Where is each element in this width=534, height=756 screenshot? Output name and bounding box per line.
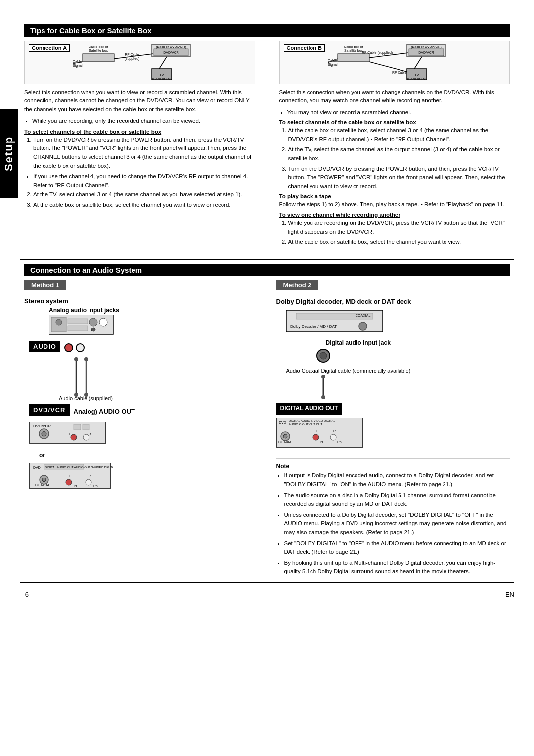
tips-title: Tips for Cable Box or Satellite Box [30, 26, 152, 35]
svg-text:(Back of DVD/VCR): (Back of DVD/VCR) [411, 45, 441, 49]
tips-section-header: Tips for Cable Box or Satellite Box [24, 24, 510, 37]
svg-point-45 [74, 357, 78, 361]
svg-point-37 [56, 319, 62, 325]
step-a-note: If you use the channel 4, you need to ch… [33, 172, 255, 190]
view-step-1: While you are recording on the DVD/VCR, … [288, 219, 510, 236]
svg-text:L: L [316, 429, 318, 433]
connection-b-bullets: You may not view or record a scrambled c… [287, 108, 510, 117]
digital-input-text: Digital audio input jack [326, 339, 391, 346]
step-b-3: Turn on the DVD/VCR by pressing the POWE… [288, 165, 510, 191]
view-step-2: At the cable box or satellite box, selec… [288, 238, 510, 247]
method1-label: Method 1 [24, 280, 66, 290]
step-b-2: At the TV, select the same channel as th… [288, 145, 510, 163]
audio-label-box: AUDIO [29, 341, 60, 352]
svg-point-58 [83, 434, 89, 440]
dvd-vcr-box-diagram: DVD/VCR L R [29, 422, 108, 448]
decoder-svg: Dolby Decoder / MD / DAT COAXIAL [286, 310, 385, 335]
svg-point-54 [42, 431, 46, 436]
svg-text:Pr: Pr [320, 440, 324, 444]
connection-b-view-steps: While you are recording on the DVD/VCR, … [288, 219, 510, 246]
svg-text:RF Cable (supplied): RF Cable (supplied) [362, 51, 393, 55]
dvd-vcr-box2-diagram: DVD DIGITAL AUDIO OUT AUDIO OUT S-VIDEO … [29, 463, 113, 491]
cable-svg-method1 [69, 357, 98, 397]
connection-a-note: If you use the channel 4, you need to ch… [33, 172, 255, 190]
svg-text:DIGITAL  AUDIO  S-VIDEO  DIGIT: DIGITAL AUDIO S-VIDEO DIGITAL [289, 419, 336, 422]
stereo-svg [49, 315, 118, 337]
note-section: Note If output is Dolby Digital encoded … [276, 458, 510, 576]
or-label: or [39, 452, 45, 459]
connection-a-svg: (Back of DVD/VCR) DVD/VCR Cable box or S… [73, 44, 191, 80]
connection-b-steps1: At the cable box or satellite box, selec… [288, 126, 510, 191]
language-label: EN [505, 591, 514, 598]
svg-text:TV: TV [415, 73, 419, 77]
note-label: Note [276, 463, 510, 470]
svg-text:(Back of TV): (Back of TV) [152, 77, 172, 80]
step-a-3: At the cable box or satellite box, selec… [33, 201, 255, 210]
svg-text:TV: TV [160, 73, 164, 77]
svg-text:AUDIO O  OUT   OUT    OUT: AUDIO O OUT OUT OUT [289, 423, 322, 425]
svg-text:L: L [69, 432, 71, 436]
connection-b-label: Connection B [284, 44, 325, 52]
tips-left: Connection A (Back of DVD/VCR) DVD/VCR C… [24, 41, 255, 248]
playback-text: Follow the steps 1) to 2) above. Then, p… [279, 200, 510, 209]
connection-b-diagram: Connection B (Back of DVD/VCR) DVD/VCR C… [279, 41, 510, 84]
method2-system-name: Dolby Digital decoder, MD deck or DAT de… [276, 298, 411, 305]
svg-point-81 [321, 395, 325, 399]
analog-input-text: Analog audio input jacks [49, 307, 119, 314]
coaxial-cable [316, 375, 510, 401]
svg-text:Cable box or: Cable box or [89, 45, 108, 48]
connection-b-svg: (Back of DVD/VCR) DVD/VCR Cable box or S… [328, 44, 446, 80]
svg-point-41 [99, 318, 107, 326]
digital-cable-note: Audio Coaxial Digital cable (commerciall… [286, 367, 510, 375]
cable-note-text: Audio cable (supplied) [59, 395, 113, 401]
audio-column-divider [267, 280, 267, 578]
svg-text:DVD/VCR: DVD/VCR [163, 51, 179, 54]
svg-rect-38 [68, 319, 88, 324]
cable-note-method1: Audio cable (supplied) [59, 395, 113, 401]
svg-text:R: R [89, 432, 91, 436]
connection-b-desc: Select this connection when you want to … [279, 89, 494, 103]
tips-right: Connection B (Back of DVD/VCR) DVD/VCR C… [279, 41, 510, 248]
digital-input-label: Digital audio input jack [326, 339, 510, 346]
svg-rect-51 [74, 424, 81, 430]
digital-decoder-box: Dolby Decoder / MD / DAT COAXIAL [286, 310, 510, 336]
svg-point-92 [330, 434, 336, 440]
svg-point-40 [89, 318, 97, 326]
svg-text:Pr: Pr [74, 484, 78, 488]
connection-b-subheading2: To play back a tape [279, 193, 331, 199]
svg-text:Dolby Decoder / MD / DAT: Dolby Decoder / MD / DAT [290, 324, 337, 329]
audio-left: Method 1 Stereo system Analog audio inpu… [24, 280, 258, 578]
jack-white [76, 343, 85, 352]
svg-text:L: L [69, 474, 71, 478]
svg-text:DVD/VCR: DVD/VCR [418, 51, 434, 54]
dvd-vcr-label-box: DVD/VCR [29, 404, 70, 416]
audio-content: Method 1 Stereo system Analog audio inpu… [24, 280, 510, 578]
analog-audio-input-label: Analog audio input jacks [49, 307, 119, 314]
connection-a-steps-2: At the TV, select channel 3 or 4 (the sa… [33, 190, 255, 210]
step-b-1: At the cable box or satellite box, selec… [288, 126, 510, 144]
svg-rect-23 [338, 54, 369, 62]
connection-a-bullets: While you are recording, only the record… [32, 117, 255, 126]
svg-point-80 [321, 375, 325, 378]
audio-section: Connection to an Audio System Method 1 S… [20, 259, 514, 583]
svg-rect-6 [83, 54, 114, 62]
svg-text:(Back of DVD/VCR): (Back of DVD/VCR) [156, 45, 186, 49]
note-list: If output is Dolby Digital encoded audio… [284, 472, 510, 576]
dvdvcr-svg: DVD/VCR L R [29, 422, 108, 446]
svg-text:Satellite box: Satellite box [89, 49, 108, 52]
svg-line-29 [414, 57, 422, 69]
step-a-2: At the TV, select channel 3 or 4 (the sa… [33, 190, 255, 199]
svg-point-91 [313, 434, 319, 440]
bottom-bar: – 6 – EN [20, 591, 514, 598]
setup-tab: Setup [0, 109, 18, 198]
svg-point-57 [71, 434, 77, 440]
page-number: – 6 – [20, 591, 34, 598]
digital-out-label: DIGITAL AUDIO OUT [280, 405, 338, 412]
svg-text:DVD: DVD [33, 466, 41, 469]
note-item-4: Set "DOLBY DIGITAL" to "OFF" in the AUDI… [284, 539, 510, 557]
connection-a-label: Connection A [29, 44, 70, 52]
analog-audio-out-text: Analog) AUDIO OUT [74, 408, 135, 415]
tips-content: Connection A (Back of DVD/VCR) DVD/VCR C… [24, 41, 510, 248]
tips-section: Tips for Cable Box or Satellite Box Conn… [20, 20, 514, 252]
cable-group [69, 357, 98, 397]
